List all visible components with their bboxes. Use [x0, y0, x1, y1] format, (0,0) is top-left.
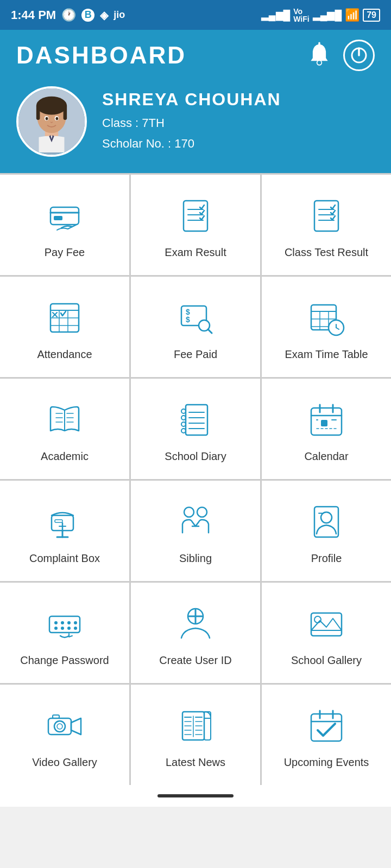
grid-item-calendar[interactable]: Calendar — [262, 379, 391, 479]
video-gallery-icon — [43, 704, 86, 748]
grid-item-profile[interactable]: Profile — [262, 481, 391, 581]
svg-rect-9 — [64, 105, 67, 120]
sibling-icon — [174, 500, 217, 544]
svg-point-13 — [56, 117, 59, 120]
header-actions — [305, 40, 375, 71]
grid-item-academic[interactable]: Academic — [0, 379, 129, 479]
svg-point-91 — [74, 627, 77, 630]
power-icon — [350, 46, 368, 65]
svg-point-78 — [197, 507, 207, 517]
grid-item-attendance[interactable]: Attendance — [0, 277, 129, 377]
grid-item-create-user-id[interactable]: Create User ID — [131, 583, 260, 683]
school-diary-icon — [174, 398, 217, 442]
grid-item-latest-news[interactable]: Latest News — [131, 685, 260, 785]
complaint-icon — [43, 500, 86, 544]
change-password-icon — [43, 602, 86, 646]
grid-item-fee-paid[interactable]: $ $ Fee Paid — [131, 277, 260, 377]
fee-paid-icon: $ $ — [174, 296, 217, 340]
grid-item-complaint-box[interactable]: Complaint Box — [0, 481, 129, 581]
grid-item-exam-result[interactable]: Exam Result — [131, 175, 260, 275]
svg-rect-54 — [186, 405, 207, 435]
bell-icon — [305, 40, 333, 68]
svg-rect-80 — [314, 507, 338, 537]
grid-item-exam-timetable[interactable]: Exam Time Table — [262, 277, 391, 377]
header-top: DASHBOARD — [16, 40, 375, 71]
svg-point-87 — [74, 621, 77, 624]
wifi-icon: 📶 — [345, 8, 360, 22]
calendar-icon — [305, 398, 348, 442]
school-gallery-icon — [305, 602, 348, 646]
grid-item-school-diary[interactable]: School Diary — [131, 379, 260, 479]
wifi-alt-icon: ◈ — [100, 9, 108, 22]
header: DASHBOARD — [0, 30, 391, 173]
bottom-bar — [0, 785, 391, 807]
time-display: 1:44 PM — [11, 8, 56, 22]
svg-point-98 — [54, 721, 65, 732]
svg-point-90 — [67, 627, 71, 630]
profile-section: SHREYA CHOUHAN Class : 7TH Scholar No. :… — [16, 86, 375, 157]
svg-rect-67 — [321, 420, 327, 426]
create-user-label: Create User ID — [159, 653, 231, 667]
svg-rect-14 — [51, 207, 79, 225]
profile-info: SHREYA CHOUHAN Class : 7TH Scholar No. :… — [102, 90, 281, 154]
svg-rect-76 — [55, 520, 62, 522]
svg-point-1 — [318, 61, 321, 65]
alarm-icon: 🕐 — [61, 8, 76, 22]
calendar-label: Calendar — [304, 449, 348, 463]
battery-icon: 79 — [363, 9, 380, 22]
attendance-icon — [43, 296, 86, 340]
grid-item-school-gallery[interactable]: School Gallery — [262, 583, 391, 683]
latest-news-icon — [174, 704, 217, 748]
profile-label: Profile — [311, 551, 342, 565]
latest-news-label: Latest News — [166, 755, 225, 769]
svg-point-88 — [54, 627, 58, 630]
avatar-svg — [18, 86, 85, 155]
svg-rect-16 — [54, 216, 62, 220]
upcoming-events-label: Upcoming Events — [284, 755, 369, 769]
svg-rect-114 — [311, 714, 342, 741]
grid-item-class-test[interactable]: Class Test Result — [262, 175, 391, 275]
class-test-icon — [305, 194, 348, 238]
notification-button[interactable] — [305, 40, 333, 71]
create-user-icon — [174, 602, 217, 646]
svg-point-12 — [46, 117, 48, 120]
sibling-label: Sibling — [179, 551, 212, 565]
attendance-label: Attendance — [37, 347, 92, 361]
svg-rect-83 — [49, 616, 80, 633]
home-indicator — [157, 794, 234, 797]
svg-point-84 — [54, 621, 58, 624]
jio-label: jio — [113, 9, 125, 21]
grid-item-pay-fee[interactable]: Pay Fee — [0, 175, 129, 275]
b-icon: B — [81, 9, 94, 22]
svg-rect-8 — [36, 105, 40, 120]
svg-point-99 — [57, 724, 62, 729]
power-button[interactable] — [343, 40, 375, 71]
svg-line-37 — [208, 329, 212, 333]
menu-grid: Pay Fee Exam Result — [0, 173, 391, 785]
student-name: SHREYA CHOUHAN — [102, 90, 281, 110]
status-bar: 1:44 PM 🕐 B ◈ jio ▂▄▆█ VoWiFi ▂▄▆█ 📶 79 — [0, 0, 391, 30]
grid-item-video-gallery[interactable]: Video Gallery — [0, 685, 129, 785]
svg-point-7 — [36, 97, 67, 115]
svg-point-96 — [314, 616, 321, 623]
svg-rect-100 — [53, 715, 59, 718]
grid-item-change-password[interactable]: Change Password — [0, 583, 129, 683]
svg-point-77 — [184, 507, 194, 517]
svg-text:$: $ — [186, 315, 190, 324]
complaint-label: Complaint Box — [29, 551, 100, 565]
profile-icon — [305, 500, 348, 544]
pay-fee-icon — [43, 194, 86, 238]
svg-rect-113 — [204, 712, 211, 740]
grid-item-sibling[interactable]: Sibling — [131, 481, 260, 581]
pay-fee-label: Pay Fee — [45, 245, 85, 259]
vo-wifi-label: VoWiFi — [293, 8, 309, 23]
academic-icon — [43, 398, 86, 442]
exam-timetable-label: Exam Time Table — [285, 347, 368, 361]
school-diary-label: School Diary — [165, 449, 226, 463]
student-scholar: Scholar No. : 170 — [102, 133, 281, 154]
exam-result-label: Exam Result — [165, 245, 226, 259]
grid-item-upcoming-events[interactable]: Upcoming Events — [262, 685, 391, 785]
student-class: Class : 7TH — [102, 113, 281, 133]
svg-point-81 — [321, 512, 332, 523]
svg-point-86 — [67, 621, 71, 624]
